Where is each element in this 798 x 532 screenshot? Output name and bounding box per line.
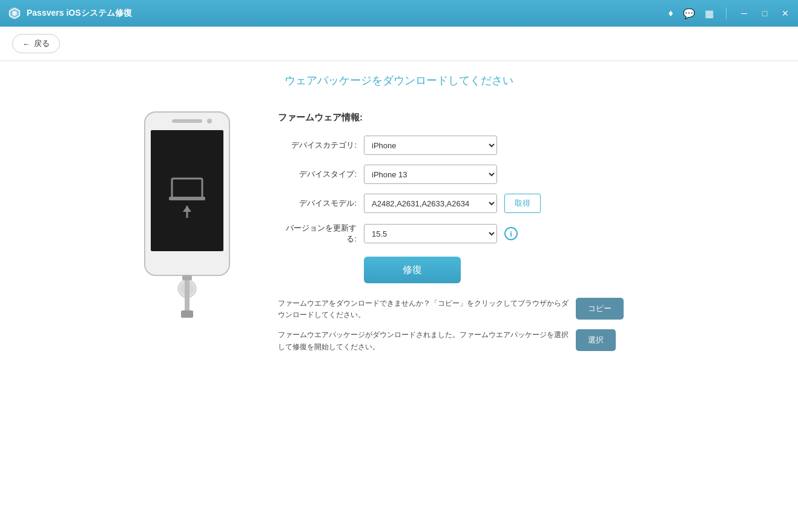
tray-icon-2[interactable]: 💬 (683, 8, 695, 19)
version-label: バージョンを更新する: (278, 223, 357, 245)
select-button[interactable]: 選択 (576, 329, 616, 351)
app-title: Passvers iOSシステム修復 (27, 8, 132, 19)
device-model-select[interactable]: A2482,A2631,A2633,A2634 (364, 194, 497, 213)
tray-icon-3[interactable]: ▦ (705, 8, 714, 19)
titlebar: Passvers iOSシステム修復 ♦ 💬 ▦ ─ □ ✕ (0, 0, 798, 27)
back-button[interactable]: ← 戻る (12, 34, 60, 53)
close-button[interactable]: ✕ (780, 8, 791, 19)
svg-point-1 (12, 11, 17, 16)
phone-illustration (127, 106, 248, 336)
device-type-row: デバイスタイプ: iPhone 13 iPhone 12 iPhone 11 i… (278, 165, 671, 184)
svg-point-5 (207, 119, 212, 123)
device-type-select[interactable]: iPhone 13 iPhone 12 iPhone 11 iPhone SE (364, 165, 497, 184)
page-content: ウェアパッケージをダウンロードしてください (0, 61, 798, 532)
device-type-label: デバイスタイプ: (278, 169, 357, 180)
device-category-row: デバイスカテゴリ: iPhone iPad iPod (278, 136, 671, 155)
main-content: ← 戻る ウェアパッケージをダウンロードしてください (0, 27, 798, 532)
repair-button[interactable]: 修復 (364, 257, 461, 283)
back-label: 戻る (34, 38, 50, 49)
device-category-label: デバイスカテゴリ: (278, 140, 357, 151)
version-select[interactable]: 15.5 15.4 15.3 15.2 (364, 224, 497, 243)
navbar: ← 戻る (0, 27, 798, 61)
svg-rect-3 (151, 130, 223, 251)
device-model-row: デバイスモデル: A2482,A2631,A2633,A2634 取得 (278, 194, 671, 213)
select-hint-row: ファームウエアパッケージがダウンロードされました。ファームウエアパッケージを選択… (278, 329, 671, 352)
minimize-button[interactable]: ─ (739, 8, 750, 19)
copy-button[interactable]: コピー (576, 298, 624, 320)
svg-rect-13 (182, 275, 192, 280)
get-button[interactable]: 取得 (504, 194, 541, 213)
svg-rect-4 (172, 119, 202, 123)
svg-rect-15 (181, 310, 193, 318)
firmware-form: ファームウェア情報: デバイスカテゴリ: iPhone iPad iPod デバ… (278, 106, 671, 353)
titlebar-left: Passvers iOSシステム修復 (7, 6, 132, 21)
copy-hint-row: ファームウエアをダウンロードできませんか？「コピー」をクリックしてブラウザからダ… (278, 298, 671, 321)
firmware-section-title: ファームウェア情報: (278, 112, 671, 123)
window-controls: ♦ 💬 ▦ ─ □ ✕ (668, 7, 791, 19)
svg-rect-14 (185, 280, 190, 310)
info-icon[interactable]: i (504, 227, 518, 240)
version-row: バージョンを更新する: 15.5 15.4 15.3 15.2 i (278, 223, 671, 245)
back-arrow-icon: ← (22, 39, 30, 48)
body-row: ファームウェア情報: デバイスカテゴリ: iPhone iPad iPod デバ… (127, 106, 671, 353)
copy-hint-text: ファームウエアをダウンロードできませんか？「コピー」をクリックしてブラウザからダ… (278, 298, 569, 321)
app-icon (7, 6, 22, 21)
maximize-button[interactable]: □ (759, 8, 770, 19)
device-category-select[interactable]: iPhone iPad iPod (364, 136, 497, 155)
hints-section: ファームウエアをダウンロードできませんか？「コピー」をクリックしてブラウザからダ… (278, 298, 671, 353)
device-model-label: デバイスモデル: (278, 198, 357, 209)
select-hint-text: ファームウエアパッケージがダウンロードされました。ファームウエアパッケージを選択… (278, 329, 569, 352)
tray-icon-1[interactable]: ♦ (668, 8, 673, 19)
phone-svg (133, 106, 242, 336)
page-title: ウェアパッケージをダウンロードしてください (285, 73, 513, 88)
repair-row: 修復 (278, 254, 671, 283)
